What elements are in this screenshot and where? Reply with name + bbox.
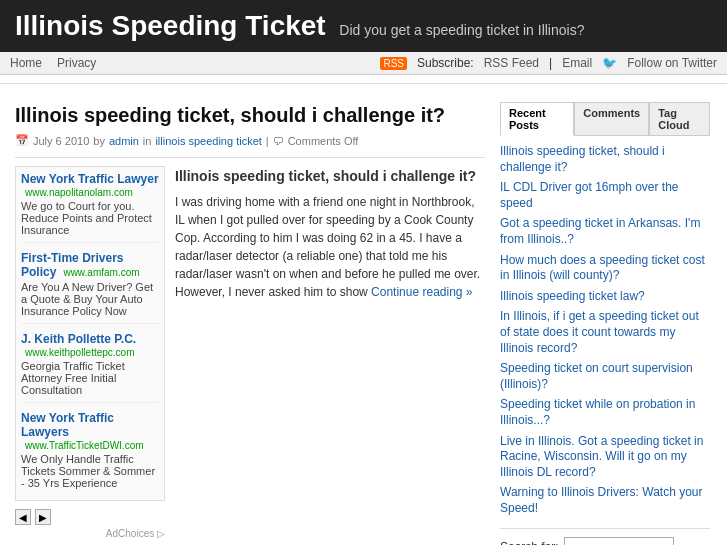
sidebar-tabs: Recent Posts Comments Tag Cloud <box>500 102 710 136</box>
ad-item: First-Time Drivers Policy www.amfam.comA… <box>21 251 159 324</box>
sidebar: Recent Posts Comments Tag Cloud Illinois… <box>500 102 710 545</box>
meta-comment-icon: 🗩 <box>273 135 284 147</box>
site-header: Illinois Speeding Ticket Did you get a s… <box>0 0 727 52</box>
ad-item: New York Traffic Lawyers www.TrafficTick… <box>21 411 159 495</box>
recent-post-link[interactable]: Warning to Illinois Drivers: Watch your … <box>500 485 710 516</box>
ad-next-button[interactable]: ▶ <box>35 509 51 525</box>
list-item: Speeding ticket while on probation in Il… <box>500 397 710 428</box>
ad-item: New York Traffic Lawyer www.napolitanola… <box>21 172 159 243</box>
ad-title[interactable]: New York Traffic Lawyer <box>21 172 159 186</box>
navbar-left: Home Privacy <box>10 56 96 70</box>
list-item: Got a speeding ticket in Arkansas. I'm f… <box>500 216 710 247</box>
ads-column: New York Traffic Lawyer www.napolitanola… <box>15 166 165 545</box>
post-columns: New York Traffic Lawyer www.napolitanola… <box>15 166 485 545</box>
post-category[interactable]: illinois speeding ticket <box>155 135 261 147</box>
ad-url: www.napolitanolam.com <box>25 187 133 198</box>
list-item: Warning to Illinois Drivers: Watch your … <box>500 485 710 516</box>
recent-post-link[interactable]: How much does a speeding ticket cost in … <box>500 253 710 284</box>
list-item: Live in Illinois. Got a speeding ticket … <box>500 434 710 481</box>
list-item: Illinois speeding ticket, should i chall… <box>500 144 710 175</box>
recent-post-link[interactable]: Live in Illinois. Got a speeding ticket … <box>500 434 710 481</box>
site-title: Illinois Speeding Ticket <box>15 10 326 41</box>
ad-desc: Are You A New Driver? Get a Quote & Buy … <box>21 281 159 317</box>
post-title: Illinois speeding ticket, should i chall… <box>15 102 485 128</box>
site-subtitle: Did you get a speeding ticket in Illinoi… <box>339 22 584 38</box>
recent-post-link[interactable]: Illinois speeding ticket, should i chall… <box>500 144 710 175</box>
main-layout: Illinois speeding ticket, should i chall… <box>0 92 727 545</box>
twitter-link[interactable]: Follow on Twitter <box>627 56 717 70</box>
nav-privacy[interactable]: Privacy <box>57 56 96 70</box>
recent-posts-list: Illinois speeding ticket, should i chall… <box>500 144 710 516</box>
continue-reading-link[interactable]: Continue reading » <box>371 285 472 299</box>
post-meta: 📅 July 6 2010 by admin in illinois speed… <box>15 134 485 147</box>
post-body: Illinois speeding ticket, should i chall… <box>175 166 485 545</box>
ad-desc: Georgia Traffic Ticket Attorney Free Ini… <box>21 360 159 396</box>
search-row: Search for: <box>500 537 710 545</box>
recent-post-link[interactable]: Speeding ticket on court supervision (Il… <box>500 361 710 392</box>
tab-comments[interactable]: Comments <box>574 102 649 136</box>
list-item: Speeding ticket on court supervision (Il… <box>500 361 710 392</box>
ad-url: www.TrafficTicketDWI.com <box>25 440 144 451</box>
email-link[interactable]: Email <box>562 56 592 70</box>
ad-navigation: ◀ ▶ <box>15 509 165 525</box>
list-item: How much does a speeding ticket cost in … <box>500 253 710 284</box>
recent-post-link[interactable]: Speeding ticket while on probation in Il… <box>500 397 710 428</box>
ad-desc: We go to Court for you. Reduce Points an… <box>21 200 159 236</box>
ad-desc: We Only Handle Traffic Tickets Sommer & … <box>21 453 159 489</box>
ad-item: J. Keith Pollette P.C. www.keithpollette… <box>21 332 159 403</box>
list-item: Illinois speeding ticket law? <box>500 289 710 305</box>
post-comments: Comments Off <box>288 135 359 147</box>
post-date: July 6 2010 <box>33 135 89 147</box>
list-item: In Illinois, if i get a speeding ticket … <box>500 309 710 356</box>
ad-title[interactable]: J. Keith Pollette P.C. <box>21 332 136 346</box>
recent-post-link[interactable]: Illinois speeding ticket law? <box>500 289 710 305</box>
navbar: Home Privacy RSS Subscribe: RSS Feed | E… <box>0 52 727 75</box>
nav-home[interactable]: Home <box>10 56 42 70</box>
calendar-icon: 📅 <box>15 134 29 147</box>
tab-recent-posts[interactable]: Recent Posts <box>500 102 574 136</box>
subscribe-label: Subscribe: <box>417 56 474 70</box>
post-body-text: I was driving home with a friend one nig… <box>175 193 485 301</box>
rss-feed-link[interactable]: RSS Feed <box>484 56 539 70</box>
ad-url: www.keithpollettepc.com <box>25 347 135 358</box>
search-section: Search for: Search <box>500 528 710 545</box>
ads-area: New York Traffic Lawyer www.napolitanola… <box>15 166 165 501</box>
recent-post-link[interactable]: Got a speeding ticket in Arkansas. I'm f… <box>500 216 710 247</box>
search-input[interactable] <box>564 537 674 545</box>
recent-post-link[interactable]: IL CDL Driver got 16mph over the speed <box>500 180 710 211</box>
list-item: IL CDL Driver got 16mph over the speed <box>500 180 710 211</box>
tab-tag-cloud[interactable]: Tag Cloud <box>649 102 710 136</box>
ad-prev-button[interactable]: ◀ <box>15 509 31 525</box>
meta-in: in <box>143 135 152 147</box>
adchoices-label[interactable]: AdChoices ▷ <box>15 528 165 539</box>
ad-title[interactable]: New York Traffic Lawyers <box>21 411 114 439</box>
recent-post-link[interactable]: In Illinois, if i get a speeding ticket … <box>500 309 710 356</box>
twitter-icon: 🐦 <box>602 56 617 70</box>
content-area: Illinois speeding ticket, should i chall… <box>15 102 485 545</box>
post-author[interactable]: admin <box>109 135 139 147</box>
post-body-title: Illinois speeding ticket, should i chall… <box>175 166 485 187</box>
rss-icon: RSS <box>380 57 407 70</box>
search-label: Search for: <box>500 540 559 545</box>
meta-by: by <box>93 135 105 147</box>
ad-url: www.amfam.com <box>63 267 139 278</box>
navbar-right: RSS Subscribe: RSS Feed | Email 🐦 Follow… <box>380 56 717 70</box>
